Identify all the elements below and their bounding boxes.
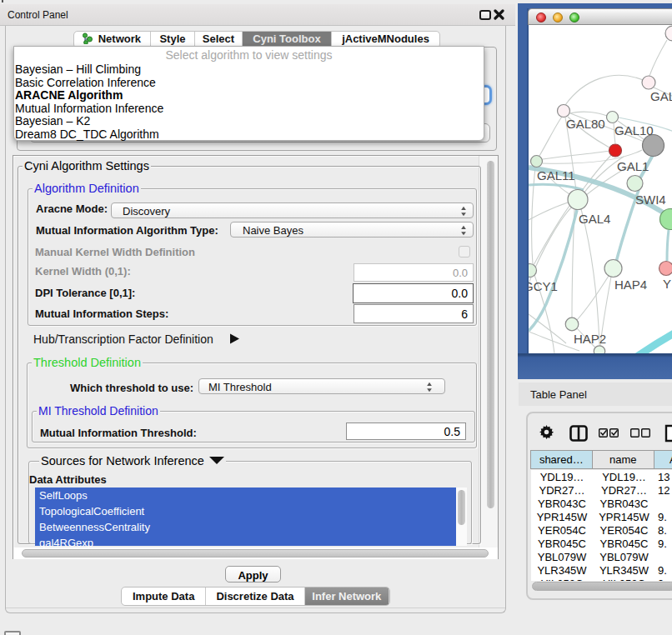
svg-text:HAP2: HAP2 xyxy=(574,332,606,346)
svg-text:GAL7: GAL7 xyxy=(650,89,672,103)
svg-text:GCY1: GCY1 xyxy=(529,279,558,293)
svg-text:GAL10: GAL10 xyxy=(614,123,654,138)
svg-text:Y: Y xyxy=(663,277,671,291)
svg-text:HAP4: HAP4 xyxy=(614,278,647,292)
svg-text:GAL11: GAL11 xyxy=(537,168,575,182)
svg-text:GAL1: GAL1 xyxy=(617,159,649,173)
svg-text:SWI4: SWI4 xyxy=(635,192,666,207)
svg-text:GAL80: GAL80 xyxy=(566,117,605,131)
svg-text:GAL4: GAL4 xyxy=(579,212,610,226)
